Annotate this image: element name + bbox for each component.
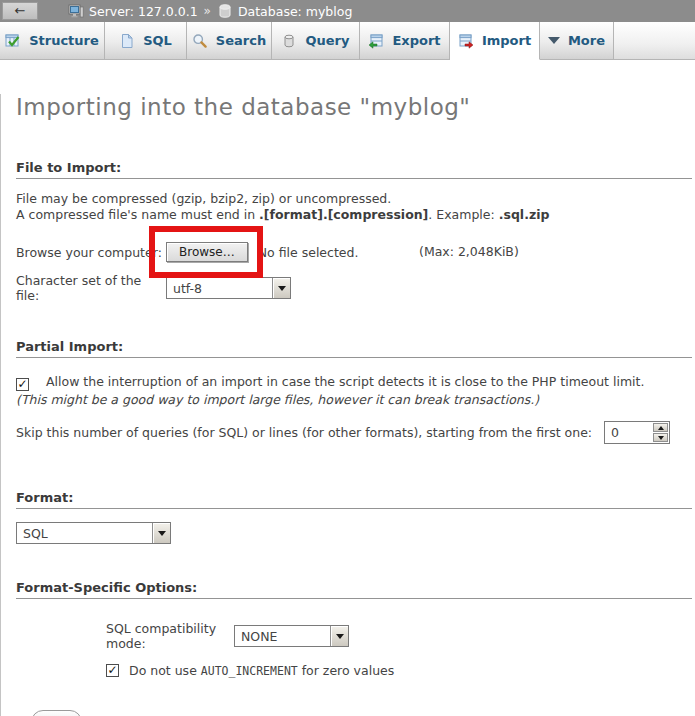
tab-label: Export [392, 33, 440, 48]
partial-import-option: ✓Allow the interruption of an import in … [16, 373, 678, 408]
file-import-description: File may be compressed (gzip, bzip2, zip… [16, 191, 692, 223]
import-icon [458, 33, 474, 49]
charset-select[interactable]: utf-8 [166, 277, 291, 299]
dropdown-arrow-icon[interactable] [272, 278, 290, 298]
spinner-up-button[interactable] [653, 423, 668, 432]
dropdown-arrow-icon[interactable] [152, 523, 170, 543]
browse-button[interactable]: Browse… [166, 242, 248, 262]
sql-icon [119, 33, 135, 49]
tab-label: Import [482, 33, 531, 48]
filename-format-line: A compressed file's name must end in .[f… [16, 207, 692, 223]
server-icon [68, 3, 84, 19]
breadcrumb-database[interactable]: Database: myblog [217, 3, 352, 19]
charset-row: Character set of the file: utf-8 [16, 273, 692, 303]
sql-compatibility-select[interactable]: NONE [234, 625, 349, 647]
tab-query[interactable]: Query [272, 22, 360, 60]
page-title: Importing into the database "myblog" [16, 94, 692, 120]
tab-label: More [568, 33, 605, 48]
tab-more[interactable]: More [540, 22, 614, 60]
dropdown-arrow-icon[interactable] [330, 626, 348, 646]
charset-label: Character set of the file: [16, 273, 166, 303]
auto-increment-checkbox[interactable]: ✓ [106, 664, 119, 677]
tab-search[interactable]: Search [187, 22, 272, 60]
allow-interruption-checkbox[interactable]: ✓ [16, 378, 29, 391]
no-file-selected-text: No file selected. [258, 245, 359, 260]
tab-label: SQL [143, 33, 172, 48]
skip-queries-row: Skip this number of queries (for SQL) or… [16, 421, 692, 444]
charset-selected-value: utf-8 [167, 278, 272, 298]
tab-bar: Structure SQL Search Query [0, 22, 695, 60]
tab-export[interactable]: Export [360, 22, 450, 60]
auto-increment-row: ✓ Do not use AUTO_INCREMENT for zero val… [106, 663, 692, 678]
breadcrumb-server[interactable]: Server: 127.0.0.1 [68, 3, 198, 19]
tab-label: Structure [29, 33, 99, 48]
max-size-text: (Max: 2,048KiB) [419, 244, 519, 259]
tab-sql[interactable]: SQL [105, 22, 187, 60]
section-format: Format: [16, 490, 692, 509]
tab-structure[interactable]: Structure [0, 22, 105, 60]
skip-queries-label: Skip this number of queries (for SQL) or… [16, 425, 592, 440]
section-partial-import: Partial Import: [16, 339, 692, 358]
format-selected-value: SQL [17, 523, 152, 543]
chevron-down-icon [548, 37, 560, 44]
go-button[interactable]: Go [31, 710, 82, 716]
allow-interruption-text: Allow the interruption of an import in c… [46, 374, 644, 389]
spinner-down-button[interactable] [653, 433, 668, 442]
search-icon [192, 33, 208, 49]
skip-queries-input[interactable]: 0 [604, 421, 670, 444]
export-icon [368, 33, 384, 49]
format-select[interactable]: SQL [16, 522, 171, 544]
allow-interruption-note: (This might be a good way to import larg… [16, 392, 539, 407]
database-icon [217, 3, 233, 19]
browse-row: Browse your computer: Browse… No file se… [16, 240, 692, 264]
sql-compatibility-row: SQL compatibility mode: NONE [106, 621, 692, 651]
spinner-buttons [652, 422, 669, 443]
breadcrumb-separator: » [204, 4, 211, 18]
back-button[interactable]: ← [2, 2, 38, 20]
main-content: Importing into the database "myblog" Fil… [0, 94, 695, 716]
breadcrumb-database-label: Database: myblog [238, 4, 352, 19]
tab-import[interactable]: Import [450, 22, 540, 60]
breadcrumb-bar: ← Server: 127.0.0.1 » Database: myblog [0, 0, 695, 22]
sql-compatibility-value: NONE [235, 626, 330, 646]
tab-label: Query [305, 33, 349, 48]
breadcrumb-server-label: Server: 127.0.0.1 [89, 4, 198, 19]
query-icon [281, 33, 297, 49]
tabbar-filler [614, 22, 695, 60]
tab-label: Search [216, 33, 266, 48]
browse-label: Browse your computer: [16, 245, 166, 260]
sql-compatibility-label: SQL compatibility mode: [106, 621, 234, 651]
section-format-specific-options: Format-Specific Options: [16, 580, 692, 599]
compression-info-line: File may be compressed (gzip, bzip2, zip… [16, 191, 692, 207]
section-file-to-import: File to Import: [16, 160, 692, 179]
structure-icon [5, 33, 21, 49]
skip-queries-value: 0 [605, 422, 652, 443]
auto-increment-text: Do not use AUTO_INCREMENT for zero value… [129, 663, 394, 678]
